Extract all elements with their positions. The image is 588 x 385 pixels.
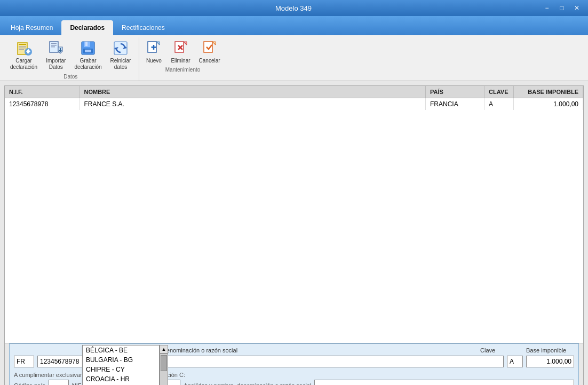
dropdown-item-belgica[interactable]: BÉLGICA - BE bbox=[83, 345, 159, 355]
dropdown-item-croacia[interactable]: CROACIA - HR bbox=[83, 374, 159, 384]
scroll-thumb[interactable] bbox=[161, 355, 167, 371]
svg-rect-10 bbox=[51, 45, 57, 46]
cancelar-button[interactable]: Cancelar bbox=[195, 37, 224, 66]
reiniciar-label: Reiniciardatos bbox=[110, 58, 131, 70]
svg-rect-16 bbox=[85, 42, 88, 46]
scroll-up-btn[interactable]: ▲ bbox=[160, 345, 168, 353]
dropdown-item-chipre[interactable]: CHIPRE - CY bbox=[83, 365, 159, 374]
data-table: N.I.F. NOMBRE PAÍS CLAVE BASE IMPONIBLE … bbox=[5, 86, 583, 110]
grabar-icon bbox=[80, 40, 97, 57]
cell-base: 1.000,00 bbox=[514, 98, 583, 111]
svg-rect-9 bbox=[51, 43, 57, 44]
scroll-track bbox=[160, 353, 168, 385]
data-table-container: N.I.F. NOMBRE PAÍS CLAVE BASE IMPONIBLE … bbox=[4, 85, 584, 343]
cell-clave: A bbox=[484, 98, 514, 111]
reiniciar-icon bbox=[112, 40, 129, 57]
dropdown-container: BÉLGICA - BE BULGARIA - BG CHIPRE - CY C… bbox=[82, 345, 168, 385]
ribbon-datos-label: Datos bbox=[6, 74, 134, 80]
ribbon-group-mantenimiento: Nuevo Eliminar bbox=[139, 37, 228, 81]
tab-hoja[interactable]: Hoja Resumen bbox=[2, 20, 61, 35]
clave-label-head: Clave bbox=[480, 347, 523, 353]
grabar-label: Grabardeclaración bbox=[74, 58, 101, 70]
cargar-declaracion-button[interactable]: Cargardeclaración bbox=[6, 37, 41, 73]
tab-declarados[interactable]: Declarados bbox=[61, 20, 113, 35]
svg-rect-4 bbox=[19, 49, 24, 50]
cancelar-label: Cancelar bbox=[199, 58, 220, 64]
eliminar-label: Eliminar bbox=[171, 58, 190, 64]
window-controls: − □ ✕ bbox=[540, 3, 584, 13]
cargar-icon bbox=[15, 40, 33, 57]
col-header-clave: CLAVE bbox=[484, 86, 514, 98]
maximize-button[interactable]: □ bbox=[555, 3, 569, 13]
base-label-head: Base imponible bbox=[526, 347, 574, 353]
dropdown-scrollbar[interactable]: ▲ ▼ bbox=[160, 345, 168, 385]
svg-rect-1 bbox=[19, 44, 26, 45]
col-header-nombre: NOMBRE bbox=[80, 86, 426, 98]
ribbon-group-datos: Cargardeclaración ImportarDatos bbox=[4, 37, 139, 81]
svg-rect-32 bbox=[204, 42, 212, 52]
importar-icon bbox=[47, 40, 65, 57]
grabar-declaracion-button[interactable]: Grabardeclaración bbox=[70, 37, 105, 73]
svg-rect-18 bbox=[85, 50, 91, 52]
ribbon-mant-label: Mantenimiento bbox=[141, 67, 224, 73]
nombre-input[interactable] bbox=[110, 356, 504, 367]
col-header-pais: PAÍS bbox=[426, 86, 484, 98]
base-input[interactable] bbox=[526, 356, 574, 367]
cell-nif: 12345678978 bbox=[5, 98, 80, 111]
ribbon: Cargardeclaración ImportarDatos bbox=[0, 35, 588, 81]
dropdown-list[interactable]: BÉLGICA - BE BULGARIA - BG CHIPRE - CY C… bbox=[82, 345, 160, 385]
col-header-nif: N.I.F. bbox=[5, 86, 80, 98]
tab-bar: Hoja Resumen Declarados Rectificaciones bbox=[0, 16, 588, 35]
apellidos-nombre-c-label: Apellidos y nombre, denominación o razón… bbox=[184, 382, 311, 385]
importar-label: ImportarDatos bbox=[46, 58, 66, 70]
eliminar-icon bbox=[172, 40, 189, 57]
clave-input[interactable] bbox=[507, 356, 523, 367]
window-title: Modelo 349 bbox=[47, 4, 540, 12]
nuevo-icon bbox=[145, 40, 162, 57]
nuevo-button[interactable]: Nuevo bbox=[141, 37, 166, 66]
dropdown-item-bulgaria[interactable]: BULGARIA - BG bbox=[83, 355, 159, 365]
cargar-label: Cargardeclaración bbox=[10, 58, 37, 70]
edit-panel: BÉLGICA - BE BULGARIA - BG CHIPRE - CY C… bbox=[4, 343, 584, 385]
cell-pais: FRANCIA bbox=[426, 98, 484, 111]
eliminar-button[interactable]: Eliminar bbox=[167, 37, 194, 66]
apellidos-nombre-c-input[interactable] bbox=[314, 380, 574, 385]
tab-rectificaciones[interactable]: Rectificaciones bbox=[113, 20, 173, 35]
col-header-base: BASE IMPONIBLE bbox=[514, 86, 583, 98]
svg-rect-7 bbox=[27, 52, 29, 53]
codigo-pais-input[interactable] bbox=[49, 380, 69, 385]
cancelar-icon bbox=[201, 40, 218, 57]
pais-code-input[interactable] bbox=[14, 356, 34, 367]
svg-rect-2 bbox=[19, 46, 26, 47]
main-area: N.I.F. NOMBRE PAÍS CLAVE BASE IMPONIBLE … bbox=[0, 81, 588, 385]
importar-datos-button[interactable]: ImportarDatos bbox=[42, 37, 69, 73]
svg-rect-3 bbox=[19, 48, 26, 49]
ribbon-datos-buttons: Cargardeclaración ImportarDatos bbox=[6, 37, 134, 73]
nuevo-label: Nuevo bbox=[146, 58, 162, 64]
close-button[interactable]: ✕ bbox=[570, 3, 584, 13]
title-bar: Modelo 349 − □ ✕ bbox=[0, 0, 588, 16]
codigo-pais-label: Código país bbox=[14, 382, 45, 385]
reiniciar-datos-button[interactable]: Reiniciardatos bbox=[107, 37, 135, 73]
cell-nombre: FRANCE S.A. bbox=[80, 98, 426, 111]
ribbon-mant-buttons: Nuevo Eliminar bbox=[141, 37, 224, 66]
minimize-button[interactable]: − bbox=[540, 3, 554, 13]
svg-rect-11 bbox=[51, 46, 55, 48]
table-row[interactable]: 12345678978 FRANCE S.A. FRANCIA A 1.000,… bbox=[5, 98, 583, 111]
